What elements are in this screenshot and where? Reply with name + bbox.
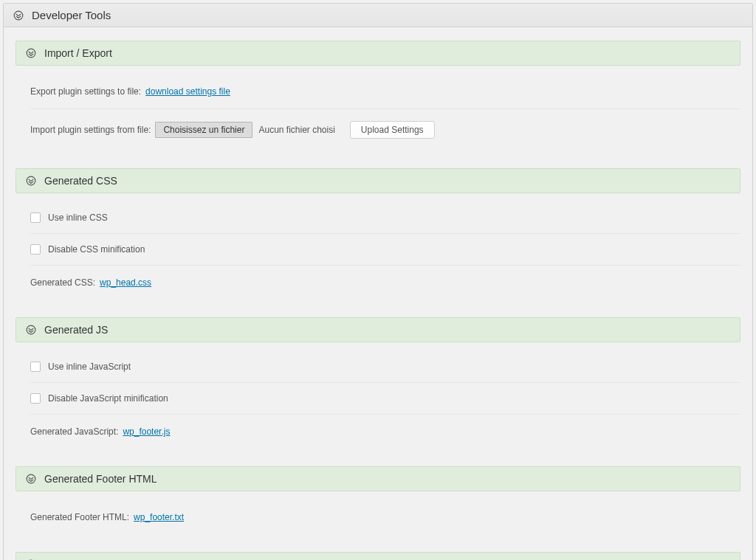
generated-css-file-label: Generated CSS:	[30, 277, 95, 288]
developer-tools-panel: Developer Tools Import / Export Export p…	[3, 3, 753, 560]
choose-file-button[interactable]: Choisissez un fichier	[155, 122, 252, 138]
generated-htaccess-header[interactable]: Generated .htaccess Rules	[16, 552, 740, 560]
generated-footer-file-row: Generated Footer HTML: wp_footer.txt	[30, 491, 740, 534]
disable-js-minify-checkbox[interactable]	[30, 393, 41, 404]
chevrons-down-icon	[25, 324, 37, 336]
download-settings-link[interactable]: download settings file	[145, 86, 230, 97]
wp-footer-txt-link[interactable]: wp_footer.txt	[134, 512, 184, 522]
section-title: Generated JS	[44, 324, 108, 336]
developer-tools-header[interactable]: Developer Tools	[4, 4, 752, 27]
generated-css-file-row: Generated CSS: wp_head.css	[30, 266, 740, 300]
generated-css-body: Use inline CSS Disable CSS minification …	[16, 193, 740, 300]
inline-css-label: Use inline CSS	[48, 212, 108, 223]
generated-js-file-label: Generated JavaScript:	[30, 426, 118, 437]
inline-js-label: Use inline JavaScript	[48, 362, 131, 372]
chevrons-down-icon	[25, 473, 37, 485]
generated-css-section: Generated CSS Use inline CSS Disable CSS…	[16, 168, 740, 300]
export-label: Export plugin settings to file:	[30, 86, 141, 97]
import-export-body: Export plugin settings to file: download…	[16, 66, 740, 151]
inline-css-row: Use inline CSS	[30, 193, 740, 234]
export-row: Export plugin settings to file: download…	[30, 66, 740, 109]
upload-settings-button[interactable]: Upload Settings	[350, 121, 435, 139]
generated-footer-section: Generated Footer HTML Generated Footer H…	[16, 466, 740, 534]
inline-js-row: Use inline JavaScript	[30, 342, 740, 383]
section-title: Generated CSS	[44, 175, 117, 187]
generated-js-file-row: Generated JavaScript: wp_footer.js	[30, 415, 740, 449]
import-label: Import plugin settings from file:	[30, 125, 151, 135]
generated-footer-header[interactable]: Generated Footer HTML	[16, 466, 740, 491]
import-export-section: Import / Export Export plugin settings t…	[16, 41, 740, 151]
generated-footer-body: Generated Footer HTML: wp_footer.txt	[16, 491, 740, 534]
inline-js-checkbox[interactable]	[30, 362, 41, 372]
disable-js-minify-label: Disable JavaScript minification	[48, 393, 168, 404]
disable-css-minify-checkbox[interactable]	[30, 244, 41, 255]
page-title: Developer Tools	[32, 9, 111, 21]
chevrons-down-icon	[25, 47, 37, 59]
section-title: Import / Export	[44, 47, 112, 59]
section-title: Generated Footer HTML	[44, 473, 157, 485]
file-status: Aucun fichier choisi	[258, 125, 334, 135]
generated-css-header[interactable]: Generated CSS	[16, 168, 740, 193]
generated-htaccess-section: Generated .htaccess Rules Generated .hta…	[16, 552, 740, 560]
chevrons-down-icon	[25, 175, 37, 187]
generated-js-body: Use inline JavaScript Disable JavaScript…	[16, 342, 740, 449]
import-export-header[interactable]: Import / Export	[16, 41, 740, 66]
inline-css-checkbox[interactable]	[30, 212, 41, 223]
css-minify-row: Disable CSS minification	[30, 234, 740, 266]
wp-head-css-link[interactable]: wp_head.css	[100, 277, 151, 288]
chevrons-down-icon	[13, 10, 24, 21]
js-minify-row: Disable JavaScript minification	[30, 383, 740, 415]
generated-js-header[interactable]: Generated JS	[16, 317, 740, 342]
disable-css-minify-label: Disable CSS minification	[48, 244, 145, 255]
generated-footer-file-label: Generated Footer HTML:	[30, 512, 129, 522]
import-row: Import plugin settings from file: Choisi…	[30, 109, 740, 151]
wp-footer-js-link[interactable]: wp_footer.js	[123, 426, 170, 437]
developer-tools-body: Import / Export Export plugin settings t…	[4, 27, 752, 560]
generated-js-section: Generated JS Use inline JavaScript Disab…	[16, 317, 740, 449]
